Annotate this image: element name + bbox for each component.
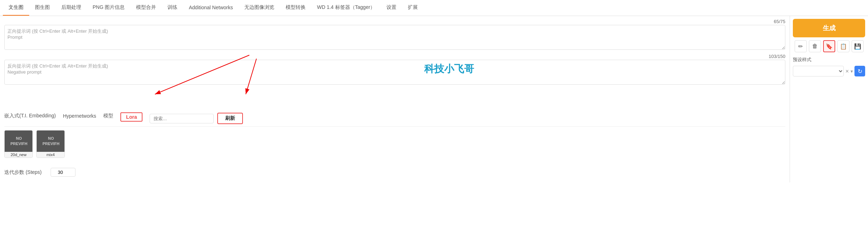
preset-close-icon: ✕ ▾: [845, 69, 853, 74]
tab-additional-networks[interactable]: Additional Networks: [183, 0, 239, 15]
tab-extensions[interactable]: 扩展: [402, 0, 423, 16]
tab-extras[interactable]: 后期处理: [56, 0, 87, 16]
toolbar-row: ✏ 🗑 🔖 📋 💾: [793, 40, 865, 52]
lora-search-input[interactable]: [150, 114, 214, 123]
lora-card-preview-20d-new: NOPREVIFH: [5, 131, 33, 152]
preset-label: 预设样式: [793, 57, 865, 63]
preset-select[interactable]: [793, 66, 844, 76]
trash-icon: 🗑: [812, 43, 818, 49]
save-icon: 💾: [854, 43, 861, 50]
sub-tab-lora[interactable]: Lora: [120, 112, 142, 122]
generate-button[interactable]: 生成: [793, 19, 865, 37]
positive-prompt[interactable]: [4, 25, 785, 50]
steps-row: 迭代步数 (Steps): [4, 165, 785, 180]
trash-button[interactable]: 🗑: [809, 40, 821, 52]
right-panel: 生成 ✏ 🗑 🔖 📋 💾 预设样式: [790, 16, 868, 182]
bookmark-button[interactable]: 🔖: [823, 40, 835, 52]
lora-card-label-mix4: mix4: [37, 152, 64, 158]
tab-model-convert[interactable]: 模型转换: [280, 0, 311, 16]
preset-row: ✕ ▾ ↻: [793, 66, 865, 76]
sub-tab-hypernetworks[interactable]: Hypernetworks: [63, 113, 96, 121]
tab-tagger[interactable]: WD 1.4 标签器（Tagger）: [311, 0, 381, 16]
tab-training[interactable]: 训练: [162, 0, 183, 16]
top-navigation: 文生图 图生图 后期处理 PNG 图片信息 模型合并 训练 Additional…: [0, 0, 868, 16]
tab-model-merge[interactable]: 模型合并: [130, 0, 162, 16]
lora-card-label-20d-new: 20d_new: [5, 152, 32, 158]
sub-tabs: 嵌入式(T.I. Embedding) Hypernetworks 模型 Lor…: [4, 107, 785, 127]
bookmark-icon: 🔖: [826, 43, 833, 50]
main-content: 65/75 103/150 科技小飞哥 嵌入式(T.I. Embedding) …: [0, 16, 868, 182]
preset-refresh-icon: ↻: [858, 68, 862, 75]
edit-icon: ✏: [798, 43, 803, 50]
positive-token-count: 65/75: [4, 19, 785, 24]
tab-png-info[interactable]: PNG 图片信息: [87, 0, 130, 16]
save-button[interactable]: 💾: [852, 40, 864, 52]
preset-refresh-button[interactable]: ↻: [854, 66, 865, 76]
sub-tab-embedding[interactable]: 嵌入式(T.I. Embedding): [4, 113, 56, 121]
tab-settings[interactable]: 设置: [381, 0, 402, 16]
negative-token-count: 103/150: [4, 54, 785, 59]
left-panel: 65/75 103/150 科技小飞哥 嵌入式(T.I. Embedding) …: [0, 16, 790, 182]
negative-prompt[interactable]: [4, 60, 785, 85]
lora-refresh-button[interactable]: 刷新: [217, 113, 243, 124]
lora-card-20d-new[interactable]: NOPREVIFH 20d_new: [4, 130, 33, 158]
lora-card-preview-mix4: NOPREVIFH: [37, 131, 65, 152]
sub-tab-model[interactable]: 模型: [103, 113, 113, 121]
edit-button[interactable]: ✏: [795, 40, 807, 52]
lora-card-mix4[interactable]: NOPREVIFH mix4: [36, 130, 65, 158]
tab-img2img[interactable]: 图生图: [29, 0, 56, 16]
steps-input[interactable]: [51, 168, 76, 177]
tab-txt2img[interactable]: 文生图: [3, 0, 29, 16]
clipboard-button[interactable]: 📋: [837, 40, 849, 52]
steps-label: 迭代步数 (Steps): [4, 169, 47, 176]
clipboard-icon: 📋: [840, 43, 847, 50]
tab-infinite-image-browsing[interactable]: 无边图像浏览: [239, 0, 280, 16]
lora-search-row: 刷新: [150, 113, 243, 124]
lora-cards: NOPREVIFH 20d_new NOPREVIFH mix4: [4, 130, 785, 158]
